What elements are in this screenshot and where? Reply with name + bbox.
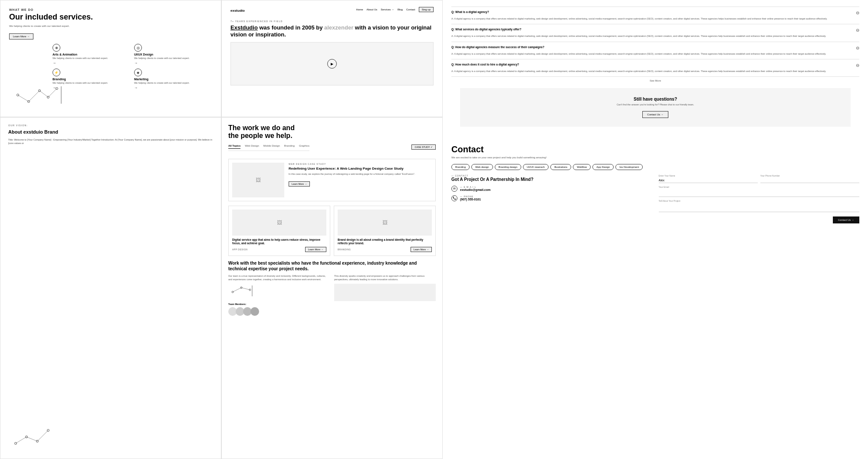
contact-heading: Contact (451, 144, 859, 154)
case-desc: In this case study, we explore the journ… (289, 173, 432, 176)
tag-illustrations[interactable]: Illustrations (550, 164, 571, 170)
faq-toggle-2[interactable]: ⊖ (856, 46, 859, 50)
phone-input[interactable] (760, 178, 859, 183)
faq-q-text-1: Q: What services do digital agencies typ… (451, 28, 852, 31)
case-study-badge[interactable]: CASE STUDY ✓ (411, 144, 436, 150)
tab-web[interactable]: Web Design (245, 144, 259, 149)
phone-info: — PHONE (907) 555-0101 (460, 195, 481, 201)
tag-webflow[interactable]: Webflow (573, 164, 591, 170)
card-app-design: 🖼 Digital service app that aims to help … (228, 206, 330, 256)
contact-section: Contact We are excited to take on your n… (443, 137, 868, 459)
case-tag: WEB DESIGN CASE STUDY (289, 163, 432, 165)
case-learn-more[interactable]: Learn More → (289, 181, 310, 187)
decorative-lines-services (5, 78, 70, 112)
nav-home[interactable]: Home (356, 8, 363, 11)
contact-got-project: — CONTACT Got A Project Or A Partnership… (451, 174, 652, 182)
about-heading-underline: Exstdudio (230, 24, 258, 31)
submit-contact-button[interactable]: Contact Us → (833, 216, 859, 223)
branding-icon: ⚡ (53, 69, 60, 76)
specialists-block: Work with the best specialists who have … (228, 260, 436, 316)
marketing-title: Marketing (134, 78, 212, 81)
faq-q-text-2: Q: How do digital agencies measure the s… (451, 46, 852, 49)
contact-phone-detail: 📞 — PHONE (907) 555-0101 (451, 195, 652, 201)
work-heading-line1: The work we do and (228, 124, 295, 131)
phone-form-label: Your Phone Number (760, 174, 859, 177)
faq-question-0: Q: What is a digital agency? ⊖ (451, 10, 859, 15)
work-heading-line2: the people we help. (228, 132, 293, 139)
contact-subtitle: We are excited to take on your new proje… (451, 156, 859, 159)
marketing-icon: ◈ (134, 69, 142, 76)
faq-toggle-3[interactable]: ⊖ (856, 63, 859, 68)
tag-app-design[interactable]: App Design (592, 164, 614, 170)
tag-ios-development[interactable]: Ios Development (615, 164, 643, 170)
name-input[interactable] (659, 178, 758, 183)
contact-service-tags: BrandingWeb designBranding designUI/UX r… (451, 164, 859, 170)
marketing-desc: We helping clients to create with our ta… (134, 82, 212, 85)
faq-question-3: Q: How much does it cost to hire a digit… (451, 63, 859, 68)
email-form-label: Your Email (659, 186, 860, 188)
faq-question-2: Q: How do digital agencies measure the s… (451, 46, 859, 50)
faq-item-2: Q: How do digital agencies measure the s… (451, 42, 859, 59)
card-branding-btn[interactable]: Learn More → (411, 247, 432, 252)
email-info: — E M A I L exstudio@gmail.com (460, 186, 490, 191)
faq-a-text-3: A: A digital agency is a company that of… (451, 69, 859, 73)
about-heading-normal: was founded in 2005 by (259, 24, 324, 31)
signup-button[interactable]: Sing up (419, 7, 434, 12)
uiux-arrow: → (134, 61, 212, 65)
uiux-title: UI/UX Design (134, 53, 212, 56)
faq-items: Q: What is a digital agency? ⊖ A: A digi… (451, 7, 859, 77)
learn-more-button[interactable]: Learn More → (9, 33, 33, 39)
vision-label: OUR VISION: (8, 124, 213, 127)
card-app-image: 🖼 (232, 210, 326, 236)
contact-us-btn-faq[interactable]: Contact Us → (642, 111, 668, 118)
years-label: 7+ YEARS EXPERIENCED IN FIELD (230, 20, 434, 23)
faq-toggle-1[interactable]: ⊖ (856, 28, 859, 33)
tab-branding[interactable]: Branding (284, 144, 295, 149)
work-heading: The work we do and the people we help. (228, 124, 436, 140)
specialists-left-text: Our team is a true representation of div… (228, 274, 330, 282)
phone-field: Your Phone Number (760, 174, 859, 183)
contact-info-col: — CONTACT Got A Project Or A Partnership… (451, 174, 652, 223)
faq-contact-panel: Q: What is a digital agency? ⊖ A: A digi… (443, 0, 868, 459)
email-value: exstudio@gmail.com (460, 188, 490, 191)
nav-contact[interactable]: Contact (406, 8, 415, 11)
see-more-link[interactable]: See More (451, 77, 859, 85)
tab-all[interactable]: All Topics (228, 144, 240, 149)
faq-a-text-0: A: A digital agency is a company that of… (451, 17, 859, 20)
project-field-wrap: Tell About Your Project (659, 200, 860, 214)
play-button[interactable]: ▶ (327, 59, 337, 69)
tag-branding[interactable]: Branding (451, 164, 470, 170)
about-heading: Exstdudio was founded in 2005 by alexzen… (230, 24, 434, 38)
faq-toggle-0[interactable]: ⊖ (856, 10, 859, 15)
services-grid: ⊕ Arts & Animation We helping clients to… (53, 44, 212, 90)
tag-web-design[interactable]: Web design (471, 164, 493, 170)
nav-blog[interactable]: Blog (398, 8, 403, 11)
brand-text: Title: Welcome to [Your Company Name] - … (8, 138, 213, 145)
service-arts: ⊕ Arts & Animation We helping clients to… (53, 44, 131, 65)
nav-services[interactable]: Services → (381, 8, 394, 11)
tag-ui/ux-reserach[interactable]: UI/UX reserach (523, 164, 549, 170)
project-textarea[interactable] (659, 203, 860, 212)
card-branding: 🖼 Brand design is all about creating a b… (334, 206, 436, 256)
nav-about[interactable]: About Us (367, 8, 378, 11)
work-panel: The work we do and the people we help. A… (221, 117, 443, 459)
card-branding-image: 🖼 (338, 210, 432, 236)
brand-heading: About exstduio Brand (8, 129, 213, 134)
faq-section: Q: What is a digital agency? ⊖ A: A digi… (443, 0, 868, 137)
decorative-lines-brand (7, 422, 63, 452)
email-input[interactable] (659, 192, 860, 197)
phone-value: (907) 555-0101 (460, 198, 481, 201)
about-heading-gray: alexzender (324, 24, 353, 31)
name-field: Enter Your Name (659, 174, 758, 183)
case-study-image: 🖼 (232, 163, 284, 197)
tab-graphics[interactable]: Graphics (299, 144, 309, 149)
case-study-info: WEB DESIGN CASE STUDY Redefining User Ex… (289, 163, 432, 197)
card-branding-label: BRANDING (338, 248, 351, 251)
tab-mobile[interactable]: Mobile Design (263, 144, 280, 149)
specialists-heading: Work with the best specialists who have … (228, 260, 436, 272)
card-app-btn[interactable]: Learn More → (305, 247, 326, 252)
tag-branding-design[interactable]: Branding design (495, 164, 521, 170)
about-panel: exstudio Home About Us Services → Blog C… (221, 0, 443, 117)
service-marketing: ◈ Marketing We helping clients to create… (134, 69, 212, 90)
arts-arrow: → (53, 61, 131, 65)
